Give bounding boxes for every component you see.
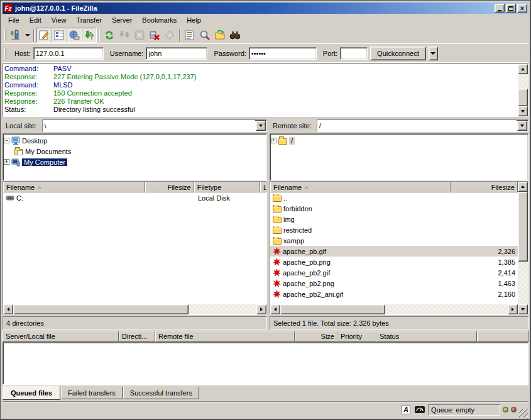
file-type: Local Disk bbox=[198, 194, 230, 202]
password-input[interactable] bbox=[249, 47, 317, 60]
column-header-size[interactable]: Size bbox=[295, 331, 337, 342]
menu-view[interactable]: View bbox=[47, 15, 72, 25]
tab-successful-transfers[interactable]: Successful transfers bbox=[123, 387, 199, 399]
port-input[interactable] bbox=[340, 47, 368, 60]
tree-item-my-documents[interactable]: My Documents bbox=[4, 146, 266, 157]
tree-item-root[interactable]: + / bbox=[271, 135, 527, 146]
local-site-combo[interactable] bbox=[42, 119, 267, 132]
cancel-operation-button[interactable] bbox=[132, 28, 147, 43]
log-scrollbar[interactable] bbox=[518, 64, 528, 116]
quickconnect-button[interactable]: Quickconnect bbox=[370, 47, 426, 60]
username-label: Username: bbox=[110, 50, 144, 57]
local-site-input[interactable] bbox=[43, 120, 255, 131]
toggle-remote-tree-button[interactable] bbox=[67, 28, 82, 43]
username-input[interactable] bbox=[146, 47, 207, 60]
file-row[interactable]: apache_pb2.png 1,463 bbox=[270, 278, 518, 289]
site-manager-dropdown-button[interactable] bbox=[23, 28, 31, 43]
log-line: Response:150 Connection accepted bbox=[4, 89, 517, 97]
column-header-lastmodified[interactable]: L bbox=[260, 182, 266, 192]
column-header-filename[interactable]: Filename bbox=[270, 182, 451, 192]
resize-grip[interactable] bbox=[519, 409, 528, 417]
column-header-status[interactable]: Status bbox=[376, 331, 477, 342]
file-row-selected[interactable]: apache_pb.gif 2,326 bbox=[270, 246, 518, 257]
remote-site-dropdown-button[interactable] bbox=[517, 121, 527, 131]
queue-body[interactable] bbox=[3, 342, 528, 385]
menu-transfer[interactable]: Transfer bbox=[71, 15, 107, 25]
site-manager-icon bbox=[9, 29, 22, 41]
maximize-button[interactable] bbox=[506, 4, 516, 13]
scroll-left-button[interactable] bbox=[3, 304, 13, 314]
minimize-button[interactable] bbox=[495, 4, 505, 13]
file-row[interactable]: apache_pb2.gif 2,414 bbox=[270, 267, 518, 278]
disconnect-button[interactable] bbox=[147, 28, 162, 43]
refresh-button[interactable] bbox=[102, 28, 117, 43]
remote-site-input[interactable] bbox=[317, 120, 517, 131]
file-row[interactable]: restricted bbox=[270, 224, 518, 235]
file-size: 2,160 bbox=[498, 290, 515, 298]
column-header-direction[interactable]: Directi... bbox=[119, 331, 155, 342]
menu-server[interactable]: Server bbox=[107, 15, 137, 25]
scroll-up-button[interactable] bbox=[518, 182, 528, 192]
scroll-track[interactable] bbox=[13, 304, 256, 314]
file-row-c-drive[interactable]: C: Local Disk bbox=[3, 192, 266, 203]
column-header-filesize[interactable]: Filesize bbox=[451, 182, 518, 192]
expand-icon[interactable]: + bbox=[271, 138, 276, 143]
tree-item-my-computer[interactable]: + My Computer bbox=[4, 157, 266, 167]
toggle-queue-button[interactable] bbox=[82, 28, 97, 43]
filter-button[interactable] bbox=[227, 28, 243, 43]
remote-site-combo[interactable] bbox=[317, 119, 528, 132]
log-label: Response: bbox=[4, 97, 53, 106]
local-site-dropdown-button[interactable] bbox=[256, 121, 266, 131]
file-row[interactable]: xampp bbox=[270, 235, 518, 246]
quickconnect-dropdown-button[interactable] bbox=[429, 47, 438, 60]
tab-queued-files[interactable]: Queued files bbox=[3, 386, 60, 400]
file-row[interactable]: .. bbox=[270, 192, 518, 203]
expand-icon[interactable]: + bbox=[4, 159, 9, 165]
file-row[interactable]: apache_pb.png 1,385 bbox=[270, 257, 518, 267]
scroll-thumb[interactable] bbox=[280, 304, 385, 314]
host-input[interactable] bbox=[33, 47, 104, 60]
scroll-up-button[interactable] bbox=[518, 64, 528, 74]
column-header-filetype[interactable]: Filetype bbox=[194, 182, 260, 192]
sort-ascending-icon bbox=[304, 185, 309, 189]
synchronized-browsing-button[interactable] bbox=[212, 28, 227, 43]
scroll-right-button[interactable] bbox=[256, 304, 266, 314]
scroll-track[interactable] bbox=[280, 304, 508, 314]
scroll-down-button[interactable] bbox=[518, 304, 528, 314]
column-header-server-local-file[interactable]: Server/Local file bbox=[3, 331, 119, 342]
site-manager-button[interactable] bbox=[8, 28, 23, 43]
menu-help[interactable]: Help bbox=[182, 15, 206, 25]
remote-vscrollbar[interactable] bbox=[518, 182, 528, 314]
collapse-icon[interactable]: − bbox=[4, 138, 9, 143]
menu-edit[interactable]: Edit bbox=[25, 15, 47, 25]
column-header-priority[interactable]: Priority bbox=[337, 331, 376, 342]
close-button[interactable]: × bbox=[517, 4, 527, 13]
file-row[interactable]: img bbox=[270, 214, 518, 224]
column-header-filename[interactable]: Filename bbox=[3, 182, 145, 192]
scroll-thumb[interactable] bbox=[518, 89, 528, 106]
menu-bookmarks[interactable]: Bookmarks bbox=[137, 15, 182, 25]
column-header-filesize[interactable]: Filesize bbox=[145, 182, 194, 192]
tab-failed-transfers[interactable]: Failed transfers bbox=[61, 387, 123, 399]
scroll-right-button[interactable] bbox=[508, 304, 518, 314]
scroll-thumb[interactable] bbox=[13, 304, 189, 314]
scroll-track[interactable] bbox=[518, 74, 528, 106]
directory-listing-button[interactable] bbox=[182, 28, 197, 43]
column-header-remote-file[interactable]: Remote file bbox=[155, 331, 295, 342]
find-files-button[interactable] bbox=[197, 28, 212, 43]
toggle-message-log-button[interactable] bbox=[36, 28, 52, 43]
toggle-local-tree-button[interactable] bbox=[52, 28, 67, 43]
local-pane: Local site: − Desktop bbox=[3, 118, 267, 329]
scroll-track[interactable] bbox=[518, 192, 528, 304]
reconnect-button[interactable] bbox=[162, 28, 177, 43]
file-row[interactable]: forbidden bbox=[270, 203, 518, 214]
remote-hscrollbar[interactable] bbox=[270, 304, 518, 314]
scroll-down-button[interactable] bbox=[518, 106, 528, 116]
process-queue-button[interactable] bbox=[117, 28, 132, 43]
scroll-left-button[interactable] bbox=[270, 304, 280, 314]
tree-item-desktop[interactable]: − Desktop bbox=[4, 135, 266, 146]
menu-file[interactable]: File bbox=[3, 15, 25, 25]
scroll-thumb[interactable] bbox=[518, 192, 528, 262]
local-hscrollbar[interactable] bbox=[3, 304, 266, 314]
file-row[interactable]: apache_pb2_ani.gif 2,160 bbox=[270, 289, 518, 299]
